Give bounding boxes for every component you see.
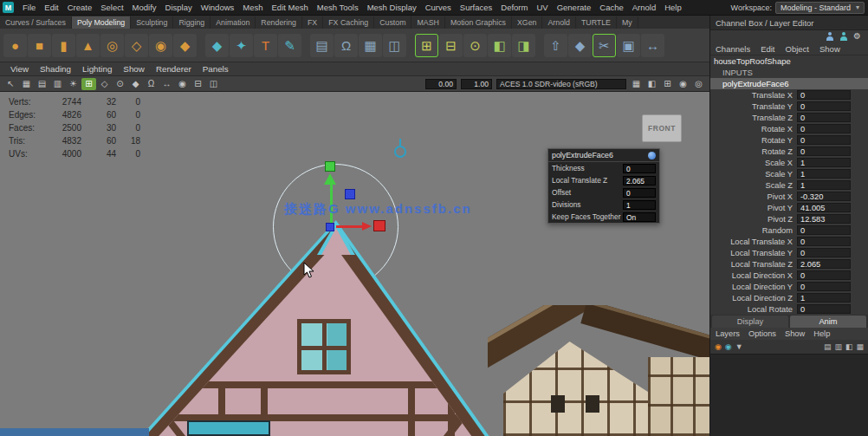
wireframe-icon[interactable]: ▦ bbox=[19, 78, 34, 90]
shelf-icon-boolean-intersection[interactable]: ⊙ bbox=[463, 34, 487, 57]
panel-menu-item[interactable]: Renderer bbox=[151, 62, 197, 76]
panel-menu-item[interactable]: Shading bbox=[35, 62, 76, 76]
shelf-tab[interactable]: Rigging bbox=[173, 16, 211, 29]
channel-box-menu-item[interactable]: Object bbox=[786, 44, 809, 54]
layer-editor-menu-item[interactable]: Options bbox=[748, 329, 776, 338]
viewport[interactable]: 接迷路G www.adnssfb.cn polyExtrudeFace6 Thi… bbox=[0, 92, 709, 436]
channel-attribute-name[interactable]: Rotate X bbox=[710, 125, 797, 133]
channel-attribute-name[interactable]: Local Direction Y bbox=[710, 283, 797, 291]
channel-attribute-value-field[interactable]: 0 bbox=[797, 304, 851, 314]
shelf-tab[interactable]: Motion Graphics bbox=[445, 16, 512, 29]
shelf-tab[interactable]: FX bbox=[302, 16, 323, 29]
shelf-icon-sculpt-tool[interactable]: ◆ bbox=[205, 34, 229, 57]
snap-to-curve-icon[interactable]: ◇ bbox=[97, 78, 112, 90]
channel-attribute-value-field[interactable]: 0 bbox=[797, 248, 851, 257]
layer-editor-menu-item[interactable]: Help bbox=[813, 329, 830, 338]
menubar-item[interactable]: Select bbox=[96, 0, 127, 16]
menubar-item[interactable]: Windows bbox=[197, 0, 239, 16]
shelf-tab[interactable]: Custom bbox=[374, 16, 411, 29]
channel-hyper-mode-icon[interactable] bbox=[839, 32, 848, 41]
channel-attribute-name[interactable]: Scale Z bbox=[710, 181, 797, 190]
channel-attribute-value-field[interactable]: 0 bbox=[797, 135, 851, 145]
menubar-item[interactable]: Help bbox=[660, 0, 686, 16]
shelf-icon-smooth-tool[interactable]: ✦ bbox=[230, 34, 253, 57]
safe-action-icon[interactable]: ◉ bbox=[676, 78, 690, 90]
channel-attribute-value-field[interactable]: 0 bbox=[797, 113, 851, 122]
menubar-item[interactable]: Deform bbox=[496, 0, 532, 16]
select-tool-icon[interactable]: ↖ bbox=[3, 78, 18, 90]
channel-attribute-value-field[interactable]: 0 bbox=[797, 146, 851, 156]
manipulator-center-handle[interactable] bbox=[326, 223, 334, 231]
safe-title-icon[interactable]: ◎ bbox=[691, 78, 706, 90]
shaded-icon[interactable]: ▤ bbox=[35, 78, 49, 90]
channel-attribute-value-field[interactable]: 12.583 bbox=[797, 214, 851, 224]
xray-icon[interactable]: ⊟ bbox=[191, 78, 205, 90]
shelf-icon-extrude[interactable]: ⇧ bbox=[544, 34, 567, 57]
channel-attribute-name[interactable]: Pivot Z bbox=[710, 215, 797, 224]
layer-mode-icon[interactable]: ◉ bbox=[715, 343, 722, 351]
shelf-icon-sphere[interactable]: ● bbox=[3, 34, 27, 57]
view-cube-front-face[interactable]: FRONT bbox=[642, 114, 682, 142]
channel-attribute-name[interactable]: Pivot X bbox=[710, 192, 797, 201]
shelf-icon-separate[interactable]: ◨ bbox=[512, 34, 535, 57]
channel-attribute-value-field[interactable]: 41.005 bbox=[797, 203, 851, 212]
shelf-tab[interactable]: Rendering bbox=[256, 16, 302, 29]
camera-attributes-icon[interactable]: ◫ bbox=[206, 78, 221, 90]
channel-attribute-name[interactable]: Translate X bbox=[710, 91, 797, 100]
shelf-icon-boolean-union[interactable]: ⊞ bbox=[415, 34, 438, 57]
shelf-icon-svg-tool[interactable]: ✎ bbox=[278, 34, 301, 57]
shelf-icon-cone[interactable]: ▲ bbox=[76, 34, 100, 57]
channel-attribute-name[interactable]: Random bbox=[710, 226, 797, 235]
shelf-icon-camera-image-plane[interactable]: ▦ bbox=[359, 34, 382, 57]
extrude-option-value-field[interactable]: On bbox=[623, 212, 656, 222]
resolution-gate-icon[interactable]: ▦ bbox=[629, 78, 644, 90]
channel-box-menu-item[interactable]: Edit bbox=[761, 44, 774, 54]
channel-box-menu-item[interactable]: Show bbox=[819, 44, 840, 54]
channel-attribute-name[interactable]: Rotate Z bbox=[710, 147, 797, 156]
panel-menu-item[interactable]: View bbox=[5, 62, 34, 76]
shelf-separator[interactable] bbox=[198, 34, 204, 57]
menubar-item[interactable]: Mesh Tools bbox=[313, 0, 363, 16]
shelf-icon-quad-draw[interactable]: ▣ bbox=[617, 34, 640, 57]
shelf-icon-plane[interactable]: ◇ bbox=[125, 34, 148, 57]
extrude-option-value-field[interactable]: 2.065 bbox=[623, 176, 656, 185]
gate-mask-icon[interactable]: ◧ bbox=[645, 78, 659, 90]
shelf-icon-make-live[interactable]: Ω bbox=[334, 34, 358, 57]
channel-attribute-value-field[interactable]: 1 bbox=[797, 293, 851, 303]
manipulator-x-scale-handle[interactable] bbox=[373, 220, 385, 231]
menubar-item[interactable]: Create bbox=[63, 0, 97, 16]
channel-attribute-name[interactable]: Local Translate Z bbox=[710, 260, 797, 269]
channel-attribute-name[interactable]: Local Translate Y bbox=[710, 249, 797, 257]
shelf-icon-combine[interactable]: ◧ bbox=[488, 34, 511, 57]
panel-menu-item[interactable]: Panels bbox=[198, 62, 234, 76]
extrude-option-value-field[interactable]: 0 bbox=[623, 188, 656, 198]
new-layer-from-selected-icon[interactable]: ▦ bbox=[856, 343, 864, 351]
channel-attribute-name[interactable]: Local Translate X bbox=[710, 238, 797, 246]
shelf-icon-free-image-plane[interactable]: ◫ bbox=[383, 34, 406, 57]
shelf-icon-cylinder[interactable]: ▮ bbox=[52, 34, 75, 57]
gear-icon[interactable]: ⚙ bbox=[853, 32, 861, 41]
shelf-tab[interactable]: Sculpting bbox=[131, 16, 173, 29]
menubar-item[interactable]: Mesh bbox=[238, 0, 267, 16]
channel-attribute-name[interactable]: Pivot Y bbox=[710, 204, 797, 212]
shelf-tab[interactable]: Curves / Surfaces bbox=[0, 16, 72, 29]
extrude-option-value-field[interactable]: 1 bbox=[623, 200, 656, 210]
manipulator-x-axis-arrow[interactable] bbox=[362, 222, 372, 231]
manipulator-y-axis-arrow[interactable] bbox=[324, 173, 336, 185]
shelf-tab[interactable]: Animation bbox=[211, 16, 256, 29]
menubar-item[interactable]: Edit bbox=[40, 0, 62, 16]
isolate-select-icon[interactable]: ◉ bbox=[175, 78, 190, 90]
gamma-field[interactable]: 1.00 bbox=[461, 79, 492, 89]
channel-attribute-value-field[interactable]: 0 bbox=[797, 282, 851, 291]
channel-attribute-name[interactable]: Local Direction X bbox=[710, 271, 797, 280]
shelf-separator[interactable] bbox=[536, 34, 543, 57]
channel-attribute-value-field[interactable]: 1 bbox=[797, 180, 851, 190]
layer-color-icon[interactable]: ◉ bbox=[725, 343, 732, 351]
workspace-selector[interactable]: Modeling - Standard ▾ bbox=[775, 2, 865, 14]
input-node-name[interactable]: polyExtrudeFace6 bbox=[710, 78, 868, 89]
menubar-item[interactable]: Curves bbox=[421, 0, 456, 16]
shelf-icon-platonic-solid[interactable]: ◆ bbox=[173, 34, 197, 57]
menubar-item[interactable]: File bbox=[18, 0, 40, 16]
shelf-tab[interactable]: Arnold bbox=[542, 16, 575, 29]
channel-box-title[interactable]: Channel Box / Layer Editor bbox=[710, 16, 868, 30]
